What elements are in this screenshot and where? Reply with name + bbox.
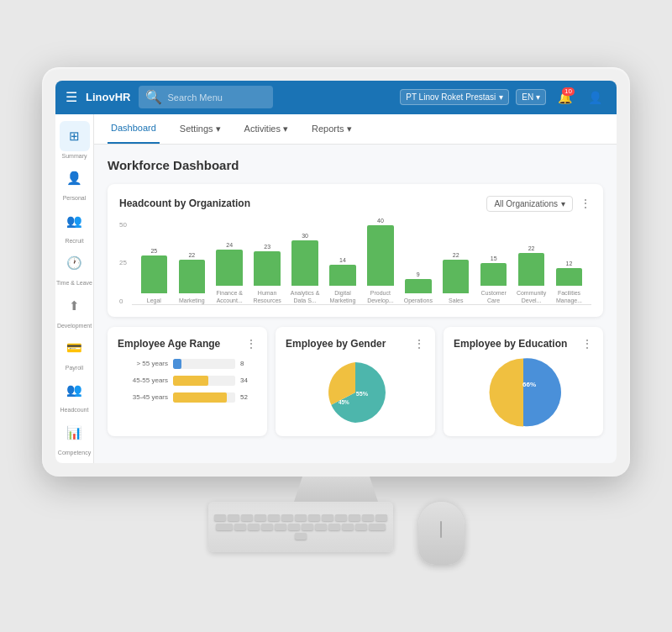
bar-fill [291, 240, 318, 286]
bar-group: 22Community Devel... [512, 245, 550, 304]
org-filter-dropdown[interactable]: All Organizations ▾ [486, 196, 573, 212]
bar-x-label: Marketing [179, 298, 205, 304]
hbar-row-45-55: 45-55 years 34 [118, 376, 257, 386]
bar-x-label: Sales [449, 298, 464, 304]
sidebar-item-competency[interactable]: 📊 Competency [55, 418, 93, 456]
chevron-down-icon: ▾ [347, 124, 352, 134]
chart-baseline [132, 304, 591, 305]
search-icon: 🔍 [145, 89, 162, 105]
subnav-activities[interactable]: Activities ▾ [241, 114, 291, 144]
bar-value-label: 40 [377, 218, 384, 224]
y-axis: 50 25 0 [119, 221, 127, 305]
bar-group: 25Legal [135, 248, 173, 304]
sidebar-item-time[interactable]: 🕐 Time & Leave [55, 248, 93, 287]
sidebar-item-headcount[interactable]: 👥 Headcount [55, 375, 93, 413]
headcount-actions: All Organizations ▾ ⋮ [486, 196, 591, 212]
bar-value-label: 23 [264, 244, 270, 250]
bar-value-label: 12 [566, 261, 573, 266]
bar-group: 24Finance & Account... [211, 242, 249, 304]
headcount-bar-chart: 25Legal22Marketing24Finance & Account...… [132, 220, 591, 304]
subnav-dashboard[interactable]: Dashboard [108, 114, 160, 144]
bar-x-label: Analytics & Data S... [286, 290, 324, 304]
bar-value-label: 22 [188, 252, 195, 258]
sidebar-item-summary[interactable]: ⊞ Summary [55, 121, 93, 160]
age-range-chart: > 55 years 8 45-55 years [118, 359, 257, 403]
education-pie-chart: 66% [486, 355, 561, 430]
bar-group: 15Customer Care [475, 255, 512, 304]
bar-value-label: 9 [417, 271, 420, 277]
user-avatar-button[interactable]: 👤 [583, 86, 606, 109]
bar-group: 12Facilities Manage... [550, 261, 588, 304]
hbar-row-55plus: > 55 years 8 [118, 359, 257, 369]
hbar-value: 52 [240, 393, 257, 401]
search-bar[interactable]: 🔍 [139, 86, 273, 108]
notification-badge: 10 [562, 87, 575, 96]
language-selector[interactable]: EN ▾ [516, 89, 546, 105]
education-card: Employee by Education ⋮ [444, 327, 603, 436]
age-range-header: Employee Age Range ⋮ [118, 337, 257, 350]
education-title: Employee by Education [454, 338, 567, 350]
bar-group: 40Product Develop... [361, 218, 399, 304]
search-input[interactable] [167, 92, 266, 103]
hbar-fill [173, 376, 208, 386]
hbar-track [173, 376, 235, 386]
sidebar-item-recruit[interactable]: 👥 Recruit [55, 206, 93, 245]
app-logo: LinovHR [86, 91, 130, 103]
bar-fill [405, 279, 431, 292]
hbar-label: 45-55 years [118, 377, 168, 384]
hamburger-icon[interactable]: ☰ [66, 89, 77, 105]
bar-x-label: Customer Care [475, 290, 512, 304]
monitor-base-area [42, 502, 630, 565]
notification-button[interactable]: 🔔 10 [553, 86, 576, 109]
gender-title: Employee by Gender [286, 338, 386, 350]
bar-group: 22Marketing [173, 252, 211, 304]
page-title: Workforce Dashboard [108, 158, 603, 172]
headcount-title: Headcount by Organization [119, 198, 250, 209]
education-menu-icon[interactable]: ⋮ [581, 337, 593, 350]
gender-pie-container: 55% 45% [286, 359, 425, 426]
content-area: Workforce Dashboard Headcount by Organiz… [94, 145, 617, 450]
headcount-card: Headcount by Organization All Organizati… [108, 184, 603, 317]
company-selector[interactable]: PT Linov Roket Prestasi ▾ [400, 89, 509, 105]
subnav-reports[interactable]: Reports ▾ [308, 114, 355, 144]
chevron-down-icon: ▾ [499, 92, 503, 102]
gender-pie-chart: 55% 45% [322, 359, 389, 426]
bar-fill [480, 263, 507, 286]
chevron-down-icon: ▾ [561, 199, 565, 208]
headcount-menu-icon[interactable]: ⋮ [580, 197, 591, 210]
bar-value-label: 15 [491, 255, 497, 261]
sidebar-item-development[interactable]: ⬆ Development [55, 291, 93, 329]
bar-x-label: Operations [404, 298, 433, 304]
bar-value-label: 24 [226, 242, 233, 248]
chevron-down-icon: ▾ [216, 124, 221, 134]
female-label: 55% [356, 390, 369, 398]
company-name: PT Linov Roket Prestasi [406, 92, 496, 102]
bar-value-label: 14 [339, 257, 346, 263]
subnav-settings[interactable]: Settings ▾ [176, 114, 224, 144]
topbar-right: PT Linov Roket Prestasi ▾ EN ▾ 🔔 10 👤 [400, 86, 606, 109]
keyboard [208, 502, 393, 552]
bar-fill [329, 265, 355, 286]
hbar-row-35-45: 35-45 years 52 [118, 392, 257, 403]
bar-value-label: 25 [150, 248, 157, 254]
chevron-down-icon: ▾ [536, 92, 540, 102]
education-header: Employee by Education ⋮ [454, 337, 593, 350]
bar-group: 22Sales [437, 252, 475, 304]
bar-x-label: Digital Marketing [324, 290, 362, 304]
headcount-card-header: Headcount by Organization All Organizati… [119, 196, 591, 212]
hbar-fill [173, 359, 181, 369]
male-label: 45% [339, 399, 349, 405]
gender-menu-icon[interactable]: ⋮ [413, 337, 425, 350]
bar-group: 23Human Resources [249, 244, 286, 304]
hbar-track [173, 392, 235, 403]
age-range-menu-icon[interactable]: ⋮ [245, 337, 257, 350]
topbar: ☰ LinovHR 🔍 PT Linov Roket Prestasi ▾ EN… [55, 81, 617, 114]
sidebar-item-payroll[interactable]: 💳 Payroll [55, 333, 93, 371]
bar-group: 14Digital Marketing [324, 257, 362, 304]
bar-x-label: Facilities Manage... [550, 290, 588, 304]
sidebar-item-personal[interactable]: 👤 Personal [55, 163, 93, 202]
bar-fill [141, 255, 167, 293]
age-range-title: Employee Age Range [118, 338, 220, 350]
bottom-cards: Employee Age Range ⋮ > 55 years [108, 327, 603, 436]
hbar-value: 8 [240, 360, 257, 367]
